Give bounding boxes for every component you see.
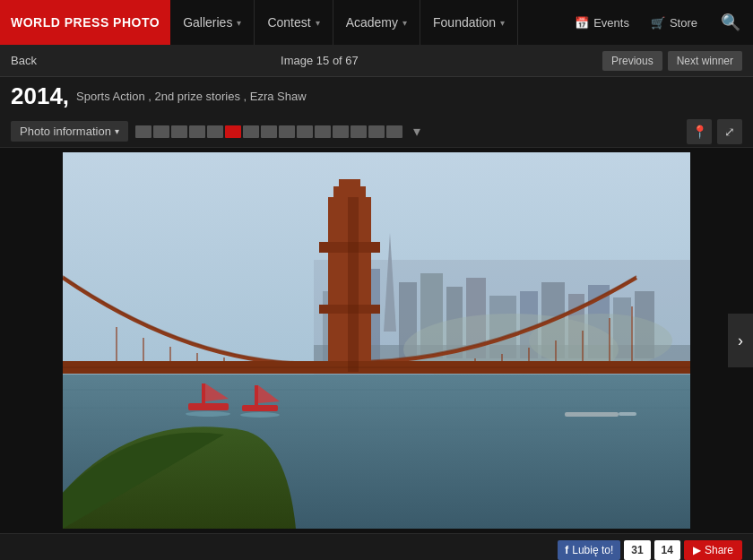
svg-rect-34 [619, 412, 636, 416]
thumbnail-5[interactable] [207, 125, 223, 138]
thumbnail-2[interactable] [153, 125, 169, 138]
nav-academy[interactable]: Academy ▾ [333, 0, 420, 45]
photo-display [63, 152, 690, 529]
thumbnail-1[interactable] [135, 125, 151, 138]
search-icon: 🔍 [721, 13, 740, 32]
svg-rect-29 [255, 385, 258, 409]
chevron-down-icon: ▾ [237, 18, 241, 28]
thumbnail-13[interactable] [351, 125, 367, 138]
chevron-right-icon: › [738, 332, 743, 350]
svg-rect-40 [339, 179, 360, 190]
thumbnails-dropdown-icon[interactable]: ▾ [413, 123, 420, 140]
thumbnail-6[interactable] [225, 125, 241, 138]
svg-rect-25 [188, 403, 229, 410]
svg-rect-26 [202, 383, 205, 409]
svg-rect-28 [242, 405, 278, 411]
photo-info-right: 📍 ⤢ [687, 119, 742, 144]
share-count: 14 [654, 540, 680, 560]
svg-point-32 [240, 412, 280, 418]
photo-area: › [0, 148, 753, 533]
image-counter: Image 15 of 67 [281, 54, 359, 67]
svg-point-31 [186, 411, 230, 417]
chevron-down-icon: ▾ [402, 18, 407, 28]
thumbnail-12[interactable] [333, 125, 349, 138]
photo-year: 2014, [11, 82, 69, 110]
site-logo: WORLD PRESS PHOTO [0, 0, 170, 45]
chevron-down-icon: ▾ [316, 18, 320, 28]
thumbnail-8[interactable] [261, 125, 277, 138]
toolbar-left: Back [11, 54, 37, 67]
next-winner-button[interactable]: Next winner [668, 51, 742, 71]
chevron-down-icon: ▾ [115, 126, 119, 136]
location-button[interactable]: 📍 [687, 119, 712, 144]
photo-info-dropdown[interactable]: Photo information ▾ [11, 121, 128, 142]
nav-foundation[interactable]: Foundation ▾ [420, 0, 518, 45]
photo-thumbnails [135, 125, 402, 138]
svg-rect-33 [565, 412, 619, 417]
search-button[interactable]: 🔍 [708, 0, 753, 45]
thumbnail-11[interactable] [315, 125, 331, 138]
thumbnail-10[interactable] [297, 125, 313, 138]
bridge-scene-svg [63, 152, 690, 529]
expand-icon: ⤢ [724, 125, 735, 139]
thumbnail-15[interactable] [386, 125, 402, 138]
next-arrow[interactable]: › [728, 314, 753, 367]
main-nav: WORLD PRESS PHOTO Galleries ▾ Contest ▾ … [0, 0, 753, 45]
cart-icon: 🛒 [651, 16, 665, 30]
photo-description: Sports Action , 2nd prize stories , Ezra… [76, 90, 307, 103]
thumbnail-7[interactable] [243, 125, 259, 138]
nav-store[interactable]: 🛒 Store [640, 0, 708, 45]
photo-info-bar: Photo information ▾ ▾ 📍 ⤢ [0, 116, 753, 148]
previous-button[interactable]: Previous [602, 51, 662, 71]
subtitle-bar: 2014, Sports Action , 2nd prize stories … [0, 77, 753, 116]
share-button[interactable]: ▶ Share [684, 540, 742, 560]
image-toolbar: Back Image 15 of 67 Previous Next winner [0, 45, 753, 77]
thumbnail-9[interactable] [279, 125, 295, 138]
nav-events[interactable]: 📅 Events [564, 0, 640, 45]
nav-items: Galleries ▾ Contest ▾ Academy ▾ Foundati… [170, 0, 753, 45]
social-bar: f Lubię to! 31 14 ▶ Share [0, 533, 753, 560]
pin-icon: 📍 [692, 125, 707, 139]
thumbnail-14[interactable] [368, 125, 385, 138]
toolbar-right: Previous Next winner [602, 51, 742, 71]
nav-contest[interactable]: Contest ▾ [255, 0, 333, 45]
thumbnail-4[interactable] [189, 125, 205, 138]
facebook-like-button[interactable]: f Lubię to! [558, 540, 620, 560]
expand-button[interactable]: ⤢ [717, 119, 742, 144]
share-icon: ▶ [693, 544, 701, 556]
like-count: 31 [624, 540, 650, 560]
nav-right: 📅 Events 🛒 Store 🔍 [564, 0, 753, 45]
calendar-icon: 📅 [575, 16, 589, 30]
chevron-down-icon: ▾ [500, 18, 505, 28]
thumbnail-3[interactable] [171, 125, 187, 138]
facebook-icon: f [565, 544, 568, 556]
photo-info-left: Photo information ▾ ▾ [11, 121, 420, 142]
back-link[interactable]: Back [11, 54, 37, 67]
svg-rect-61 [348, 197, 359, 372]
nav-galleries[interactable]: Galleries ▾ [170, 0, 255, 45]
